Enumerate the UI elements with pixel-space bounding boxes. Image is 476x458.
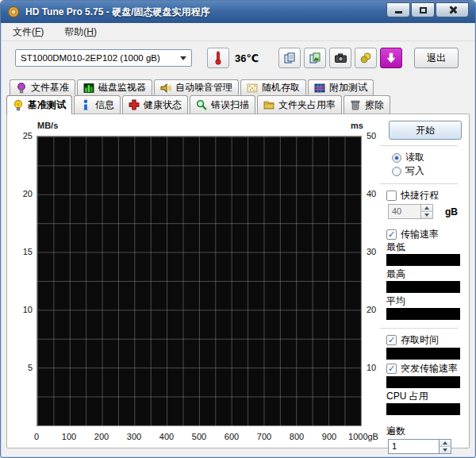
temperature-button[interactable] — [207, 48, 229, 68]
app-icon — [7, 6, 20, 18]
shortstroke-checkbox[interactable] — [386, 191, 397, 201]
shortstroke-value[interactable]: 40 — [388, 204, 420, 219]
drive-selector[interactable]: ST1000DM010-2EP102 (1000 gB) — [15, 49, 192, 67]
triangle-down-icon — [424, 214, 429, 217]
min-value-box — [386, 254, 460, 266]
spin-up-button[interactable] — [440, 440, 451, 446]
read-radio-row[interactable]: 读取 — [392, 151, 458, 164]
tab-error-scan[interactable]: 错误扫描 — [190, 95, 255, 114]
shortstroke-checkbox-row[interactable]: 快捷行程 — [386, 189, 458, 202]
tab-disk-monitor[interactable]: 磁盘监视器 — [77, 79, 152, 95]
download-icon — [386, 52, 397, 64]
blue-info-icon — [80, 99, 91, 110]
passes-value[interactable]: 1 — [388, 439, 439, 454]
max-value-box — [386, 281, 460, 293]
read-radio-label: 读取 — [405, 151, 424, 164]
copy-text-button[interactable] — [278, 48, 301, 68]
avg-value-box — [386, 308, 460, 320]
dotted-block-icon — [247, 83, 258, 94]
green-bars-icon — [83, 83, 94, 94]
avg-label: 平均 — [386, 295, 458, 307]
toolbar-buttons — [278, 48, 402, 68]
tab-auto-acoustic[interactable]: 自动噪音管理 — [154, 79, 239, 95]
minimize-button[interactable] — [386, 2, 410, 17]
toolbar: ST1000DM010-2EP102 (1000 gB) 36℃ 退出 — [2, 42, 474, 74]
benchmark-panel: MB/s ms 25 20 15 10 5 50 40 30 20 10 0 1… — [6, 114, 470, 448]
min-label: 最低 — [386, 241, 458, 253]
x-tick: 100 — [56, 432, 83, 441]
tab-info[interactable]: 信息 — [74, 95, 121, 114]
menu-file[interactable]: 文件(F) — [13, 25, 44, 39]
start-button[interactable]: 开始 — [389, 121, 462, 140]
access-checkbox-row[interactable]: ✓ 存取时间 — [386, 333, 458, 347]
thermometer-icon — [213, 51, 224, 65]
tab-health[interactable]: 健康状态 — [122, 95, 188, 114]
save-button[interactable] — [355, 48, 377, 68]
menubar: 文件(F) 帮助(H) — [2, 23, 474, 41]
access-checkbox[interactable]: ✓ — [386, 335, 397, 345]
benchmark-controls: 开始 读取 写入 快捷行程 40 — [374, 121, 458, 458]
x-tick: 800 — [283, 432, 310, 441]
transfer-label: 传输速率 — [401, 228, 439, 241]
transfer-checkbox-row[interactable]: ✓ 传输速率 — [386, 228, 458, 241]
yellow-bulb-icon — [13, 100, 24, 111]
spin-down-button[interactable] — [440, 446, 451, 453]
access-value-box — [386, 348, 460, 360]
shortstroke-unit: gB — [445, 206, 458, 217]
burst-checkbox-row[interactable]: ✓ 突发传输速率 — [386, 362, 458, 375]
download-button[interactable] — [380, 48, 402, 68]
passes-spinner[interactable]: 1 — [388, 439, 451, 454]
separator — [380, 145, 458, 147]
titlebar: HD Tune Pro 5.75 - 硬盘/固态硬盘实用程序 — [1, 1, 475, 23]
tab-file-benchmark[interactable]: 文件基准 — [10, 79, 75, 95]
benchmark-chart-plot — [36, 136, 362, 426]
tab-folder-usage[interactable]: 文件夹占用率 — [257, 95, 342, 114]
window-controls — [386, 1, 469, 23]
x-tick: 500 — [186, 432, 213, 441]
purple-bulb-icon — [16, 83, 27, 94]
y-axis-left-unit: MB/s — [37, 121, 58, 130]
chevron-down-icon — [180, 56, 186, 60]
tab-benchmark[interactable]: 基准测试 — [6, 95, 72, 114]
write-radio[interactable] — [392, 167, 401, 176]
speaker-icon — [160, 83, 171, 94]
write-radio-row[interactable]: 写入 — [392, 164, 458, 178]
tab-erase[interactable]: 擦除 — [344, 95, 390, 114]
red-cross-icon — [129, 99, 140, 110]
tab-extra-tests[interactable]: 附加测试 — [308, 79, 374, 95]
y-tick-left: 20 — [12, 189, 33, 198]
x-tick: 400 — [153, 432, 180, 441]
drive-selector-value: ST1000DM010-2EP102 (1000 gB) — [21, 53, 180, 63]
coins-icon — [359, 52, 372, 64]
spin-down-button[interactable] — [421, 211, 432, 218]
copy-image-icon — [309, 52, 321, 64]
x-tick: 600 — [218, 432, 245, 441]
cpu-value-box — [386, 403, 460, 415]
maximize-button[interactable] — [411, 2, 435, 17]
shortstroke-spinner[interactable]: 40 — [388, 204, 433, 219]
exit-button[interactable]: 退出 — [414, 48, 459, 68]
shortstroke-label: 快捷行程 — [401, 189, 439, 202]
screenshot-button[interactable] — [329, 48, 351, 68]
burst-checkbox[interactable]: ✓ — [386, 364, 397, 374]
tab-random-access[interactable]: 随机存取 — [240, 79, 306, 95]
temperature-value: 36℃ — [235, 52, 259, 64]
copy-icon — [283, 52, 296, 64]
minimize-icon — [395, 11, 402, 13]
y-axis-right-unit: ms — [351, 121, 363, 130]
max-label: 最高 — [386, 268, 458, 280]
tab-row-primary: 基准测试 信息 健康状态 错误扫描 文件夹占用率 擦除 — [1, 95, 475, 114]
triangle-up-icon — [424, 206, 429, 210]
write-radio-label: 写入 — [405, 164, 424, 178]
close-button[interactable] — [436, 2, 469, 17]
x-tick: 700 — [251, 432, 278, 441]
access-label: 存取时间 — [401, 333, 439, 347]
menu-help[interactable]: 帮助(H) — [64, 25, 97, 39]
spin-up-button[interactable] — [421, 205, 432, 211]
triangle-up-icon — [443, 441, 447, 445]
transfer-checkbox[interactable]: ✓ — [386, 229, 397, 240]
copy-image-button[interactable] — [304, 48, 326, 68]
cpu-label: CPU 占用 — [386, 391, 458, 402]
y-tick-left: 10 — [12, 305, 33, 314]
read-radio[interactable] — [392, 153, 401, 163]
